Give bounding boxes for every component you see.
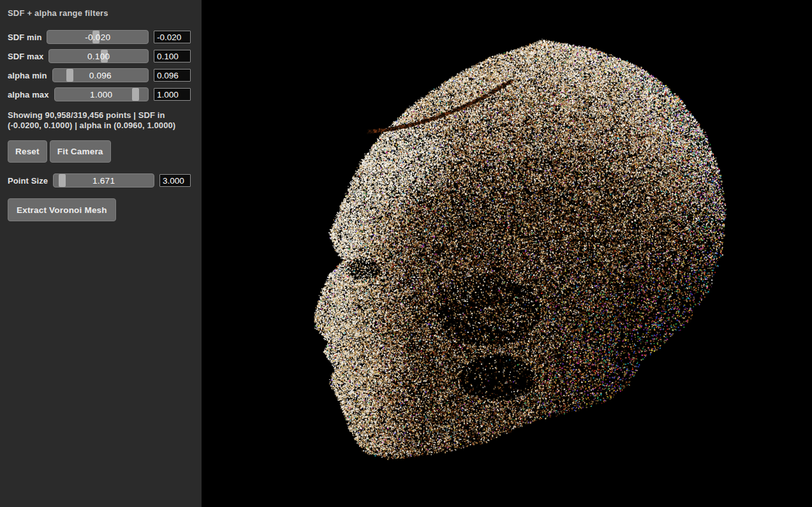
panel-title: SDF + alpha range filters: [8, 8, 191, 18]
fit-camera-button[interactable]: Fit Camera: [50, 140, 111, 163]
sdf-min-label: SDF min: [8, 33, 41, 42]
reset-button[interactable]: Reset: [8, 140, 47, 163]
point-size-slider-value: 1.671: [54, 174, 154, 187]
viewport-3d[interactable]: [202, 0, 812, 507]
extract-voronoi-mesh-button[interactable]: Extract Voronoi Mesh: [8, 198, 116, 221]
alpha-min-label: alpha min: [8, 71, 47, 80]
slider-row-point-size: Point Size 1.671: [8, 171, 191, 190]
alpha-max-input[interactable]: [154, 88, 191, 101]
slider-row-alpha-min: alpha min 0.096: [8, 66, 191, 85]
sdf-max-slider-value: 0.100: [49, 50, 148, 62]
sdf-min-input[interactable]: [154, 31, 191, 43]
alpha-min-slider-handle[interactable]: [66, 69, 73, 82]
alpha-min-slider[interactable]: 0.096: [52, 68, 149, 82]
extract-row: Extract Voronoi Mesh: [8, 198, 191, 221]
alpha-max-label: alpha max: [8, 90, 49, 99]
control-panel: SDF + alpha range filters SDF min -0.020…: [0, 0, 202, 507]
alpha-max-slider[interactable]: 1.000: [54, 87, 149, 101]
slider-row-sdf-min: SDF min -0.020: [8, 27, 191, 47]
sdf-max-input[interactable]: [154, 50, 191, 62]
status-text: Showing 90,958/319,456 points | SDF in (…: [8, 110, 191, 131]
sdf-max-label: SDF max: [8, 52, 43, 61]
point-size-slider[interactable]: 1.671: [53, 173, 154, 187]
sdf-max-slider[interactable]: 0.100: [48, 49, 149, 63]
point-size-slider-handle[interactable]: [59, 174, 66, 187]
sdf-min-slider[interactable]: -0.020: [47, 30, 149, 44]
button-row: Reset Fit Camera: [8, 140, 191, 163]
alpha-max-slider-handle[interactable]: [132, 88, 139, 101]
slider-row-alpha-max: alpha max 1.000: [8, 85, 191, 104]
sdf-max-slider-handle[interactable]: [101, 50, 108, 62]
point-size-label: Point Size: [8, 176, 48, 186]
point-size-input[interactable]: [159, 174, 191, 187]
sdf-min-slider-handle[interactable]: [92, 31, 100, 43]
alpha-min-input[interactable]: [154, 69, 191, 82]
slider-row-sdf-max: SDF max 0.100: [8, 47, 191, 66]
